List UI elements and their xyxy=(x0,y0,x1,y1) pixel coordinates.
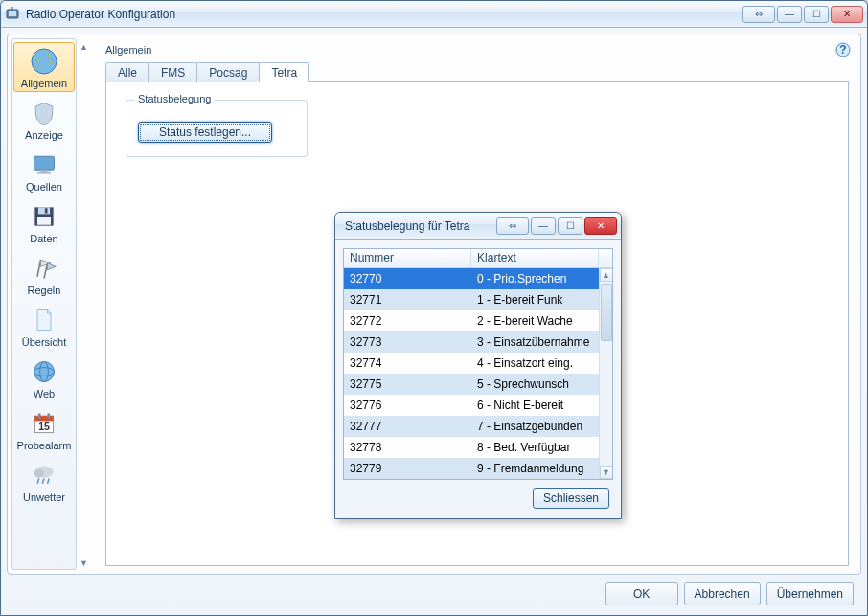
sidebar-scrollbar[interactable]: ▲ ▼ xyxy=(79,38,88,570)
table-row[interactable]: 327722 - E-bereit Wache xyxy=(344,310,599,331)
cell-nummer: 32774 xyxy=(344,356,471,370)
dialog-close-button[interactable]: ✕ xyxy=(584,217,617,235)
resize-button[interactable]: ⇔ xyxy=(742,6,775,23)
table-row[interactable]: 327733 - Einsatzübernahme xyxy=(344,331,599,353)
table-row[interactable]: 327799 - Fremdanmeldung xyxy=(344,458,599,479)
tab-fms[interactable]: FMS xyxy=(148,62,197,82)
minimize-button[interactable]: — xyxy=(777,6,802,23)
sidebar-item-label: Allgemein xyxy=(21,78,67,89)
status-grid: Nummer Klartext 327700 - Prio.Sprechen32… xyxy=(343,248,613,480)
groupbox-legend: Statusbelegung xyxy=(134,93,215,104)
tab-strip: Alle FMS Pocsag Tetra xyxy=(105,61,849,82)
cell-klartext: 0 - Prio.Sprechen xyxy=(471,272,599,285)
schliessen-button[interactable]: Schliessen xyxy=(533,488,609,509)
footer-buttons: OK Abbrechen Übernehmen xyxy=(605,582,854,605)
cell-nummer: 32770 xyxy=(344,272,471,285)
cell-nummer: 32772 xyxy=(344,314,471,328)
sidebar-item-label: Unwetter xyxy=(23,491,65,503)
sidebar-item-quellen[interactable]: Quellen xyxy=(13,146,75,195)
maximize-button[interactable]: ☐ xyxy=(804,6,829,23)
monitor-icon xyxy=(29,149,59,180)
ok-button[interactable]: OK xyxy=(605,582,678,605)
cell-klartext: 3 - Einsatzübernahme xyxy=(471,335,599,349)
dialog-client: Nummer Klartext 327700 - Prio.Sprechen32… xyxy=(335,240,621,518)
dialog-resize-button[interactable]: ⇔ xyxy=(496,217,529,235)
apply-button[interactable]: Übernehmen xyxy=(766,582,854,605)
grid-body: 327700 - Prio.Sprechen327711 - E-bereit … xyxy=(344,268,612,479)
cell-nummer: 32778 xyxy=(344,441,471,454)
statusbelegung-group: Statusbelegung Status festlegen... xyxy=(126,100,308,157)
table-row[interactable]: 327788 - Bed. Verfügbar xyxy=(344,437,599,458)
help-icon[interactable]: ? xyxy=(835,42,851,57)
globe-icon xyxy=(29,46,59,77)
scroll-down-icon[interactable]: ▼ xyxy=(80,559,87,566)
table-row[interactable]: 327700 - Prio.Sprechen xyxy=(344,268,599,289)
scroll-up-icon[interactable]: ▲ xyxy=(600,268,613,282)
sidebar-item-label: Übersicht xyxy=(22,336,66,348)
page-icon xyxy=(29,305,59,335)
svg-rect-20 xyxy=(48,414,51,419)
scroll-thumb[interactable] xyxy=(601,284,612,341)
svg-rect-4 xyxy=(34,156,55,170)
sidebar-item-label: Daten xyxy=(30,233,57,244)
scroll-up-icon[interactable]: ▲ xyxy=(80,42,87,50)
svg-rect-5 xyxy=(41,170,48,172)
cell-klartext: 9 - Fremdanmeldung xyxy=(471,462,599,475)
weather-icon xyxy=(29,460,59,491)
svg-point-3 xyxy=(32,49,57,74)
sidebar-item-unwetter[interactable]: Unwetter xyxy=(13,456,75,506)
main-titlebar[interactable]: Radio Operator Konfiguration ⇔ — ☐ ✕ xyxy=(1,1,867,28)
sidebar-item-regeln[interactable]: Regeln xyxy=(13,249,75,299)
table-row[interactable]: 327711 - E-bereit Funk xyxy=(344,289,599,310)
scroll-down-icon[interactable]: ▼ xyxy=(600,466,613,479)
cancel-button[interactable]: Abbrechen xyxy=(684,582,761,605)
table-row[interactable]: 327777 - Einsatzgebunden xyxy=(344,416,599,437)
client-area: Allgemein Anzeige Quellen Daten xyxy=(1,28,867,615)
sidebar-item-label: Probealarm xyxy=(17,440,72,451)
svg-rect-10 xyxy=(45,208,48,213)
col-header-klartext[interactable]: Klartext xyxy=(471,249,599,267)
sidebar-item-allgemein[interactable]: Allgemein xyxy=(13,42,75,92)
grid-scrollbar[interactable]: ▲ ▼ xyxy=(599,268,612,479)
status-dialog: Statusbelegung für Tetra ⇔ — ☐ ✕ Nummer … xyxy=(334,212,622,519)
cell-klartext: 2 - E-bereit Wache xyxy=(471,314,599,328)
window-title: Radio Operator Konfiguration xyxy=(26,8,742,21)
table-row[interactable]: 327766 - Nicht E-bereit xyxy=(344,395,599,416)
dialog-titlebar[interactable]: Statusbelegung für Tetra ⇔ — ☐ ✕ xyxy=(335,213,621,240)
shield-icon xyxy=(29,98,59,128)
cell-klartext: 5 - Sprechwunsch xyxy=(471,377,599,391)
table-row[interactable]: 327755 - Sprechwunsch xyxy=(344,374,599,395)
sidebar-item-web[interactable]: Web xyxy=(13,353,75,402)
web-icon xyxy=(29,356,59,387)
svg-rect-1 xyxy=(9,11,16,16)
close-button[interactable]: ✕ xyxy=(831,6,863,23)
tab-tetra[interactable]: Tetra xyxy=(259,62,309,82)
cell-nummer: 32776 xyxy=(344,399,471,412)
svg-point-13 xyxy=(34,362,55,382)
cell-nummer: 32775 xyxy=(344,377,471,391)
tab-alle[interactable]: Alle xyxy=(105,62,149,82)
cell-nummer: 32773 xyxy=(344,335,471,349)
flags-icon xyxy=(29,253,59,284)
app-icon xyxy=(5,7,20,22)
sidebar-item-label: Regeln xyxy=(28,285,61,296)
col-header-nummer[interactable]: Nummer xyxy=(344,249,471,267)
svg-point-22 xyxy=(34,469,45,478)
cell-klartext: 6 - Nicht E-bereit xyxy=(471,399,599,412)
cell-klartext: 1 - E-bereit Funk xyxy=(471,293,599,307)
dialog-maximize-button[interactable]: ☐ xyxy=(558,217,582,235)
dialog-title: Statusbelegung für Tetra xyxy=(339,219,496,233)
sidebar-item-anzeige[interactable]: Anzeige xyxy=(13,94,75,144)
tab-pocsag[interactable]: Pocsag xyxy=(196,62,260,82)
sidebar-item-uebersicht[interactable]: Übersicht xyxy=(13,301,75,351)
cell-nummer: 32777 xyxy=(344,420,471,433)
cell-klartext: 4 - Einsatzort eing. xyxy=(471,356,599,370)
dialog-minimize-button[interactable]: — xyxy=(531,217,556,235)
sidebar-item-probealarm[interactable]: 15 Probealarm xyxy=(13,404,75,454)
main-window: Radio Operator Konfiguration ⇔ — ☐ ✕ All… xyxy=(0,0,868,616)
sidebar-item-label: Web xyxy=(34,388,55,399)
status-festlegen-button[interactable]: Status festlegen... xyxy=(138,122,272,143)
sidebar-item-label: Anzeige xyxy=(25,129,63,141)
table-row[interactable]: 327744 - Einsatzort eing. xyxy=(344,353,599,374)
sidebar-item-daten[interactable]: Daten xyxy=(13,197,75,247)
